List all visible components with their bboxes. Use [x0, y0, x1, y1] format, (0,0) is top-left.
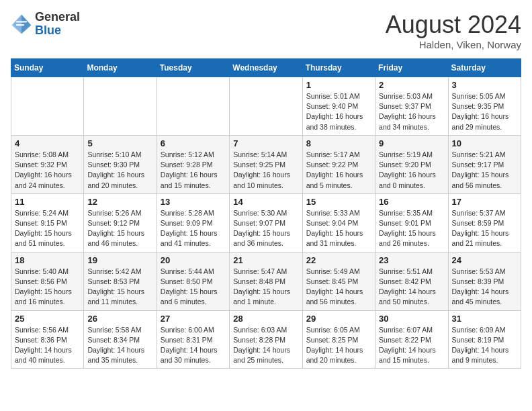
page-header: General Blue August 2024 Halden, Viken, …	[11, 11, 521, 50]
calendar-cell: 16Sunrise: 5:35 AM Sunset: 9:01 PM Dayli…	[375, 193, 448, 252]
day-number: 14	[233, 197, 298, 207]
day-info: Sunrise: 5:17 AM Sunset: 9:22 PM Dayligh…	[306, 150, 371, 191]
weekday-header-saturday: Saturday	[448, 59, 521, 77]
calendar-cell: 10Sunrise: 5:21 AM Sunset: 9:17 PM Dayli…	[448, 135, 521, 193]
calendar-cell: 31Sunrise: 6:09 AM Sunset: 8:19 PM Dayli…	[448, 310, 521, 369]
calendar-cell: 14Sunrise: 5:30 AM Sunset: 9:07 PM Dayli…	[230, 193, 302, 252]
title-block: August 2024 Halden, Viken, Norway	[386, 11, 521, 50]
day-info: Sunrise: 5:05 AM Sunset: 9:35 PM Dayligh…	[452, 91, 517, 132]
calendar-cell: 19Sunrise: 5:42 AM Sunset: 8:53 PM Dayli…	[84, 252, 157, 310]
svg-rect-4	[16, 24, 24, 26]
day-info: Sunrise: 5:49 AM Sunset: 8:45 PM Dayligh…	[306, 267, 371, 308]
day-number: 1	[306, 80, 371, 90]
calendar-cell	[11, 77, 84, 136]
weekday-header-sunday: Sunday	[11, 59, 84, 77]
calendar-cell: 24Sunrise: 5:53 AM Sunset: 8:39 PM Dayli…	[448, 252, 521, 310]
day-number: 22	[306, 255, 371, 265]
day-info: Sunrise: 5:42 AM Sunset: 8:53 PM Dayligh…	[87, 267, 152, 308]
calendar-week-row: 4Sunrise: 5:08 AM Sunset: 9:32 PM Daylig…	[11, 135, 521, 193]
day-number: 7	[233, 138, 298, 148]
day-info: Sunrise: 6:09 AM Sunset: 8:19 PM Dayligh…	[452, 325, 517, 366]
day-info: Sunrise: 6:03 AM Sunset: 8:28 PM Dayligh…	[233, 325, 298, 366]
day-info: Sunrise: 5:12 AM Sunset: 9:28 PM Dayligh…	[161, 150, 226, 191]
calendar-cell: 22Sunrise: 5:49 AM Sunset: 8:45 PM Dayli…	[302, 252, 375, 310]
month-title: August 2024	[386, 11, 521, 39]
calendar-cell: 21Sunrise: 5:47 AM Sunset: 8:48 PM Dayli…	[230, 252, 302, 310]
day-info: Sunrise: 5:01 AM Sunset: 9:40 PM Dayligh…	[306, 91, 371, 132]
day-number: 16	[379, 197, 444, 207]
day-number: 20	[161, 255, 226, 265]
day-info: Sunrise: 5:21 AM Sunset: 9:17 PM Dayligh…	[452, 150, 517, 191]
svg-rect-3	[16, 21, 27, 22]
calendar-cell: 30Sunrise: 6:07 AM Sunset: 8:22 PM Dayli…	[375, 310, 448, 369]
calendar-cell: 23Sunrise: 5:51 AM Sunset: 8:42 PM Dayli…	[375, 252, 448, 310]
day-info: Sunrise: 5:28 AM Sunset: 9:09 PM Dayligh…	[161, 208, 226, 249]
day-number: 23	[379, 255, 444, 265]
day-number: 28	[233, 314, 298, 324]
day-info: Sunrise: 5:56 AM Sunset: 8:36 PM Dayligh…	[15, 325, 80, 366]
day-info: Sunrise: 6:07 AM Sunset: 8:22 PM Dayligh…	[379, 325, 444, 366]
day-number: 5	[87, 138, 152, 148]
calendar-cell: 2Sunrise: 5:03 AM Sunset: 9:37 PM Daylig…	[375, 77, 448, 136]
day-number: 6	[161, 138, 226, 148]
day-number: 15	[306, 197, 371, 207]
logo-general: General	[35, 10, 80, 24]
day-number: 17	[452, 197, 517, 207]
calendar-cell: 18Sunrise: 5:40 AM Sunset: 8:56 PM Dayli…	[11, 252, 84, 310]
day-number: 26	[87, 314, 152, 324]
day-number: 27	[161, 314, 226, 324]
weekday-header-friday: Friday	[375, 59, 448, 77]
day-number: 13	[161, 197, 226, 207]
weekday-header-monday: Monday	[84, 59, 157, 77]
day-info: Sunrise: 5:44 AM Sunset: 8:50 PM Dayligh…	[161, 267, 226, 308]
day-info: Sunrise: 5:10 AM Sunset: 9:30 PM Dayligh…	[87, 150, 152, 191]
logo-blue: Blue	[35, 24, 61, 37]
weekday-header-tuesday: Tuesday	[157, 59, 229, 77]
calendar-header-row: SundayMondayTuesdayWednesdayThursdayFrid…	[11, 59, 521, 77]
weekday-header-wednesday: Wednesday	[230, 59, 302, 77]
day-number: 9	[379, 138, 444, 148]
day-number: 19	[87, 255, 152, 265]
day-info: Sunrise: 5:47 AM Sunset: 8:48 PM Dayligh…	[233, 267, 298, 308]
calendar-cell: 27Sunrise: 6:00 AM Sunset: 8:31 PM Dayli…	[157, 310, 229, 369]
calendar-week-row: 11Sunrise: 5:24 AM Sunset: 9:15 PM Dayli…	[11, 193, 521, 252]
day-number: 31	[452, 314, 517, 324]
day-info: Sunrise: 6:05 AM Sunset: 8:25 PM Dayligh…	[306, 325, 371, 366]
day-info: Sunrise: 5:51 AM Sunset: 8:42 PM Dayligh…	[379, 267, 444, 308]
logo-icon	[11, 13, 32, 35]
day-number: 10	[452, 138, 517, 148]
day-number: 29	[306, 314, 371, 324]
calendar-cell: 3Sunrise: 5:05 AM Sunset: 9:35 PM Daylig…	[448, 77, 521, 136]
calendar-cell: 9Sunrise: 5:19 AM Sunset: 9:20 PM Daylig…	[375, 135, 448, 193]
calendar-cell: 25Sunrise: 5:56 AM Sunset: 8:36 PM Dayli…	[11, 310, 84, 369]
calendar-cell: 29Sunrise: 6:05 AM Sunset: 8:25 PM Dayli…	[302, 310, 375, 369]
calendar-cell: 6Sunrise: 5:12 AM Sunset: 9:28 PM Daylig…	[157, 135, 229, 193]
day-number: 25	[15, 314, 80, 324]
day-info: Sunrise: 5:37 AM Sunset: 8:59 PM Dayligh…	[452, 208, 517, 249]
calendar-cell: 26Sunrise: 5:58 AM Sunset: 8:34 PM Dayli…	[84, 310, 157, 369]
day-number: 21	[233, 255, 298, 265]
calendar-cell: 8Sunrise: 5:17 AM Sunset: 9:22 PM Daylig…	[302, 135, 375, 193]
day-number: 4	[15, 138, 80, 148]
day-info: Sunrise: 5:40 AM Sunset: 8:56 PM Dayligh…	[15, 267, 80, 308]
calendar-table: SundayMondayTuesdayWednesdayThursdayFrid…	[11, 58, 521, 369]
day-info: Sunrise: 5:26 AM Sunset: 9:12 PM Dayligh…	[87, 208, 152, 249]
calendar-cell: 13Sunrise: 5:28 AM Sunset: 9:09 PM Dayli…	[157, 193, 229, 252]
day-info: Sunrise: 5:24 AM Sunset: 9:15 PM Dayligh…	[15, 208, 80, 249]
day-info: Sunrise: 5:08 AM Sunset: 9:32 PM Dayligh…	[15, 150, 80, 191]
day-number: 24	[452, 255, 517, 265]
calendar-cell	[84, 77, 157, 136]
calendar-cell: 12Sunrise: 5:26 AM Sunset: 9:12 PM Dayli…	[84, 193, 157, 252]
day-number: 30	[379, 314, 444, 324]
calendar-week-row: 18Sunrise: 5:40 AM Sunset: 8:56 PM Dayli…	[11, 252, 521, 310]
day-info: Sunrise: 6:00 AM Sunset: 8:31 PM Dayligh…	[161, 325, 226, 366]
day-number: 18	[15, 255, 80, 265]
calendar-cell: 17Sunrise: 5:37 AM Sunset: 8:59 PM Dayli…	[448, 193, 521, 252]
day-info: Sunrise: 5:33 AM Sunset: 9:04 PM Dayligh…	[306, 208, 371, 249]
calendar-cell	[157, 77, 229, 136]
calendar-cell: 5Sunrise: 5:10 AM Sunset: 9:30 PM Daylig…	[84, 135, 157, 193]
calendar-week-row: 1Sunrise: 5:01 AM Sunset: 9:40 PM Daylig…	[11, 77, 521, 136]
day-number: 8	[306, 138, 371, 148]
day-info: Sunrise: 5:35 AM Sunset: 9:01 PM Dayligh…	[379, 208, 444, 249]
day-info: Sunrise: 5:19 AM Sunset: 9:20 PM Dayligh…	[379, 150, 444, 191]
